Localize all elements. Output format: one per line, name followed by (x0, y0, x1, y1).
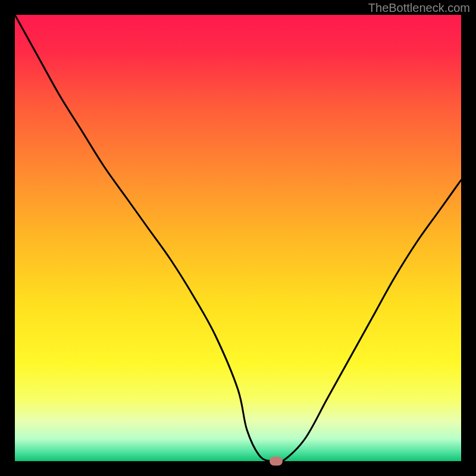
plot-area (15, 15, 461, 461)
optimal-point-marker (270, 457, 283, 466)
chart-container: TheBottleneck.com (0, 0, 476, 476)
bottleneck-curve (15, 15, 461, 461)
watermark-text: TheBottleneck.com (368, 1, 470, 15)
